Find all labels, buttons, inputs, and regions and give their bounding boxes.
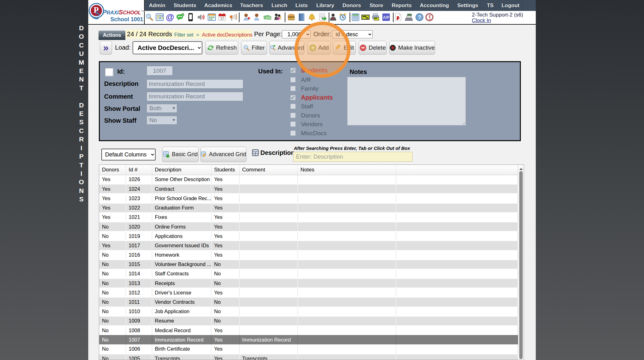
svg-text:17: 17 — [220, 17, 224, 20]
svg-text:A/P: A/P — [383, 15, 389, 20]
svg-text:+: + — [182, 13, 184, 17]
svg-text:?: ? — [418, 14, 421, 20]
svg-text:S: S — [95, 8, 100, 18]
